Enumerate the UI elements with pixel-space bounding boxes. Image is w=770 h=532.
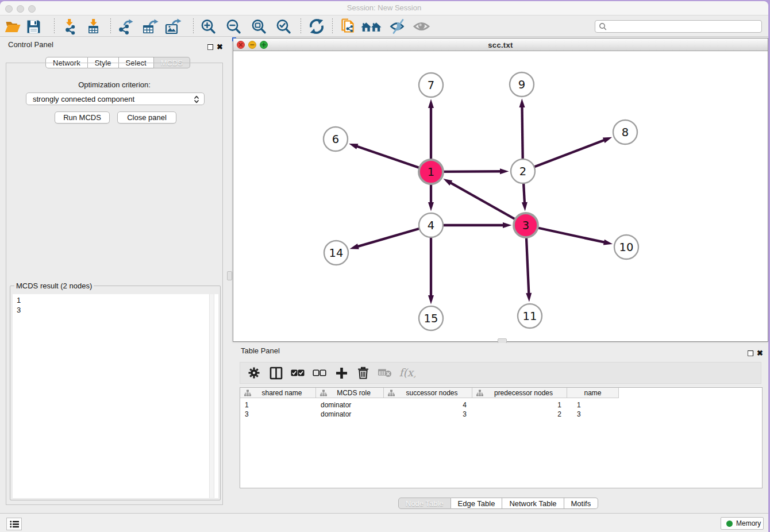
column-header-name[interactable]: name	[567, 388, 619, 398]
tab-network-table[interactable]: Network Table	[502, 498, 564, 509]
toolbar-separator	[54, 18, 55, 34]
deselect-all-icon[interactable]	[311, 364, 328, 381]
graph-node-1[interactable]: 1	[419, 160, 443, 184]
graph-node-8[interactable]: 8	[613, 120, 637, 144]
column-header-successor-nodes[interactable]: successor nodes	[384, 388, 472, 398]
column-header-MCDS-role[interactable]: MCDS role	[316, 388, 384, 398]
table-panel-close-icon[interactable]: ✖	[757, 350, 763, 356]
table-row-3[interactable]: 3dominator323	[240, 410, 619, 419]
mcds-result-scrollbar[interactable]	[209, 294, 214, 498]
control-panel-close-icon[interactable]: ✖	[217, 44, 223, 50]
edge-2-8[interactable]	[523, 140, 605, 171]
column-header-predecessor-nodes[interactable]: predecessor nodes	[472, 388, 567, 398]
network-canvas[interactable]: 1234678910111415	[233, 51, 768, 341]
memory-button[interactable]: Memory	[721, 517, 764, 530]
toggle-column-icon[interactable]	[267, 364, 284, 381]
mcds-result-item: 1	[17, 295, 218, 305]
zoom-fit-icon[interactable]	[248, 17, 269, 36]
network-window-titlebar[interactable]: scc.txt	[233, 38, 768, 51]
export-image-icon[interactable]	[163, 17, 183, 36]
zoom-selected-icon[interactable]	[273, 17, 294, 36]
control-panel-float-icon[interactable]	[207, 44, 213, 50]
node-label-6: 6	[332, 133, 339, 146]
graph-node-3[interactable]: 3	[514, 213, 538, 237]
tab-node-table[interactable]: Node Table	[398, 498, 451, 509]
delete-row-icon[interactable]	[355, 364, 372, 381]
graph-node-15[interactable]: 15	[419, 306, 443, 330]
table-cell[interactable]: 3	[240, 410, 316, 419]
hide-graphics-details-icon[interactable]	[388, 17, 409, 36]
column-header-label: successor nodes	[384, 389, 472, 397]
node-label-11: 11	[523, 310, 537, 323]
overview-icon[interactable]	[361, 17, 382, 36]
edge-arrowhead-1-4	[428, 202, 434, 211]
control-panel: Control Panel ✖ NetworkStyleSelectMCDS O…	[0, 37, 226, 513]
save-session-icon[interactable]	[23, 17, 44, 36]
graph-node-9[interactable]: 9	[510, 72, 534, 97]
tab-edge-table[interactable]: Edge Table	[451, 498, 503, 509]
export-network-icon[interactable]	[115, 17, 136, 36]
settings-gear-icon[interactable]	[245, 364, 263, 381]
hierarchy-icon	[476, 390, 483, 396]
graph-node-11[interactable]: 11	[518, 304, 542, 328]
tab-motifs[interactable]: Motifs	[564, 498, 599, 509]
node-label-14: 14	[329, 246, 344, 260]
mcds-result-list[interactable]: 13	[13, 294, 218, 498]
graph-node-2[interactable]: 2	[511, 159, 535, 183]
graph-node-14[interactable]: 14	[324, 241, 348, 265]
mcds-result-groupbox: MCDS result (2 nodes) 13	[10, 286, 221, 500]
graph-node-7[interactable]: 7	[419, 73, 443, 97]
table-cell[interactable]: 1	[240, 400, 316, 410]
close-panel-button[interactable]: Close panel	[117, 111, 176, 124]
import-network-icon[interactable]	[59, 17, 80, 36]
node-label-8: 8	[622, 126, 629, 139]
mcds-result-item: 3	[17, 305, 218, 315]
table-cell[interactable]: 3	[567, 410, 619, 419]
add-row-icon[interactable]	[333, 364, 350, 381]
table-cell[interactable]: 1	[567, 400, 619, 410]
export-table-icon[interactable]	[140, 17, 160, 36]
column-header-label: predecessor nodes	[472, 389, 567, 397]
search-icon	[599, 22, 607, 30]
control-panel-header: Control Panel ✖	[0, 37, 226, 52]
graph-node-4[interactable]: 4	[419, 213, 443, 237]
edge-arrowhead-3-10	[603, 240, 613, 245]
edge-arrowhead-1-6	[349, 144, 358, 149]
clone-network-icon[interactable]	[337, 17, 358, 36]
table-panel-float-icon[interactable]	[748, 350, 753, 356]
edge-arrowhead-3-1	[443, 179, 452, 186]
table-panel-title: Table Panel	[241, 346, 280, 355]
node-label-3: 3	[522, 219, 529, 232]
zoom-in-icon[interactable]	[198, 17, 218, 36]
table-cell[interactable]: 1	[472, 400, 567, 410]
task-history-button[interactable]	[6, 518, 22, 530]
vertical-splitter-handle[interactable]	[227, 271, 232, 280]
edge-arrowhead-4-14	[350, 244, 359, 249]
open-session-icon[interactable]	[2, 17, 23, 36]
select-all-icon[interactable]	[289, 364, 306, 381]
mcds-panel: Optimization criterion: strongly connect…	[6, 63, 223, 505]
table-toolbar: f(x)	[240, 362, 761, 384]
table-row-1[interactable]: 1dominator411	[240, 400, 619, 410]
graph-node-6[interactable]: 6	[324, 127, 348, 151]
application-window: Session: New Session	[0, 1, 768, 532]
zoom-out-icon[interactable]	[223, 17, 244, 36]
dropdown-chevrons-icon	[194, 95, 199, 104]
search-input[interactable]	[608, 21, 761, 32]
run-mcds-button[interactable]: Run MCDS	[55, 111, 110, 124]
toolbar-separator	[301, 18, 301, 34]
table-cell[interactable]: 2	[472, 410, 567, 419]
graph-node-10[interactable]: 10	[614, 235, 638, 259]
table-cell[interactable]: 3	[384, 410, 472, 419]
table-cell[interactable]: dominator	[316, 400, 384, 410]
table-cell[interactable]: 4	[384, 400, 472, 410]
table-cell[interactable]: dominator	[316, 410, 384, 419]
criterion-dropdown[interactable]: strongly connected component	[26, 92, 205, 105]
window-title: Session: New Session	[0, 3, 768, 12]
column-header-shared-name[interactable]: shared name	[240, 388, 316, 398]
import-table-icon[interactable]	[83, 17, 104, 36]
show-graphics-details-icon[interactable]	[412, 17, 433, 36]
delete-table-icon	[376, 364, 394, 381]
apply-layout-icon[interactable]	[306, 17, 327, 36]
search-box	[595, 20, 762, 33]
